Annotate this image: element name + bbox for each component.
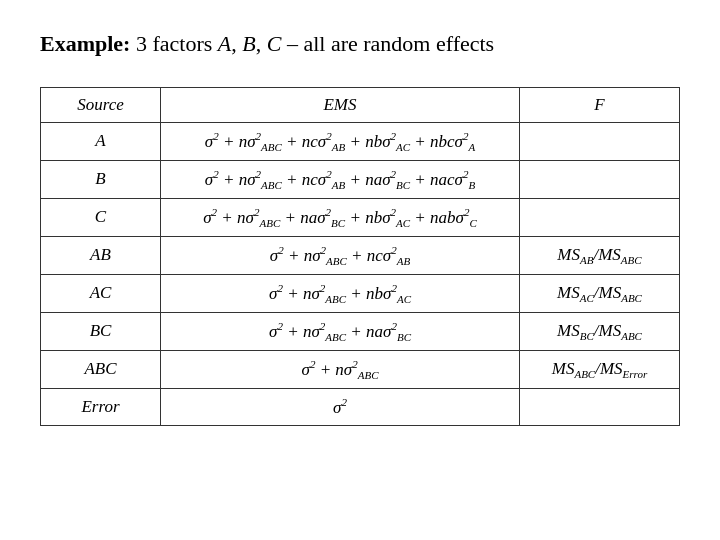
cell-ems: σ2 + nσ2ABC + ncσ2AB (161, 236, 520, 274)
cell-ems: σ2 + nσ2ABC + nbσ2AC (161, 274, 520, 312)
header-source: Source (41, 87, 161, 122)
anova-table: Source EMS F Aσ2 + nσ2ABC + ncσ2AB + nbσ… (40, 87, 680, 426)
page-title: Example: 3 factors A, B, C – all are ran… (40, 30, 680, 59)
table-row: BCσ2 + nσ2ABC + naσ2BCMSBC/MSABC (41, 312, 680, 350)
cell-ems: σ2 (161, 388, 520, 425)
cell-ems: σ2 + nσ2ABC + naσ2BC + nbσ2AC + nabσ2C (161, 198, 520, 236)
table-row: ABCσ2 + nσ2ABCMSABC/MSError (41, 350, 680, 388)
cell-f: MSAC/MSABC (520, 274, 680, 312)
cell-source: A (41, 122, 161, 160)
cell-ems: σ2 + nσ2ABC + ncσ2AB + naσ2BC + nacσ2B (161, 160, 520, 198)
table-row: Errorσ2 (41, 388, 680, 425)
table-row: Cσ2 + nσ2ABC + naσ2BC + nbσ2AC + nabσ2C (41, 198, 680, 236)
cell-source: C (41, 198, 161, 236)
cell-f (520, 122, 680, 160)
cell-f (520, 160, 680, 198)
cell-f: MSBC/MSABC (520, 312, 680, 350)
cell-source: Error (41, 388, 161, 425)
cell-ems: σ2 + nσ2ABC (161, 350, 520, 388)
cell-f: MSABC/MSError (520, 350, 680, 388)
table-row: Bσ2 + nσ2ABC + ncσ2AB + naσ2BC + nacσ2B (41, 160, 680, 198)
title-bold: Example: (40, 31, 130, 56)
table-body: Aσ2 + nσ2ABC + ncσ2AB + nbσ2AC + nbcσ2AB… (41, 122, 680, 425)
table-header-row: Source EMS F (41, 87, 680, 122)
table-row: ACσ2 + nσ2ABC + nbσ2ACMSAC/MSABC (41, 274, 680, 312)
table-row: Aσ2 + nσ2ABC + ncσ2AB + nbσ2AC + nbcσ2A (41, 122, 680, 160)
cell-source: B (41, 160, 161, 198)
cell-ems: σ2 + nσ2ABC + ncσ2AB + nbσ2AC + nbcσ2A (161, 122, 520, 160)
cell-f: MSAB/MSABC (520, 236, 680, 274)
header-f: F (520, 87, 680, 122)
cell-f (520, 198, 680, 236)
header-ems: EMS (161, 87, 520, 122)
table-row: ABσ2 + nσ2ABC + ncσ2ABMSAB/MSABC (41, 236, 680, 274)
cell-ems: σ2 + nσ2ABC + naσ2BC (161, 312, 520, 350)
cell-source: ABC (41, 350, 161, 388)
cell-source: BC (41, 312, 161, 350)
cell-source: AB (41, 236, 161, 274)
cell-source: AC (41, 274, 161, 312)
title-text: 3 factors A, B, C – all are random effec… (136, 31, 494, 56)
cell-f (520, 388, 680, 425)
